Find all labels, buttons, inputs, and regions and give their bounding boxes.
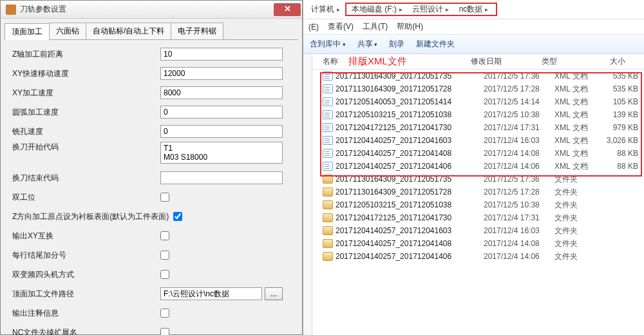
file-date: 2017/12/5 17:36 [484,72,554,81]
file-row[interactable]: 20171204140257_2017120414062017/12/4 14:… [312,250,644,263]
label-z-before: Z轴加工前距离 [12,49,160,60]
dialog-titlebar[interactable]: 刀轨参数设置 ✕ [1,1,302,19]
tab-auto-label[interactable]: 自动贴标/自动上下料 [86,23,171,39]
crumb-computer[interactable]: 计算机 [308,3,345,16]
check-dual-station[interactable] [160,193,169,202]
menu-edit[interactable]: (E) [308,23,319,32]
crumb-folder1[interactable]: 云熙设计 [410,3,454,15]
input-top-path[interactable] [160,287,262,300]
menu-help[interactable]: 帮助(H) [397,21,423,32]
folder-icon [323,213,333,222]
crumb-drive[interactable]: 本地磁盘 (F:) [349,3,408,15]
file-row[interactable]: 20171205103215_2017120510382017/12/5 10:… [312,198,644,211]
label-out-note: 输出注释信息 [12,308,160,319]
annotation-text: 排版XML文件 [348,55,407,68]
file-row[interactable]: 20171204172125_2017120417302017/12/4 17:… [312,211,644,224]
xml-file-icon [323,123,333,132]
folder-icon [323,200,333,209]
tab-esaw[interactable]: 电子开料锯 [171,23,223,39]
folder-icon [323,187,333,196]
input-xy-rapid[interactable] [160,67,283,80]
file-date: 2017/12/5 10:38 [484,110,554,119]
check-semi[interactable] [160,251,169,260]
input-tool-end[interactable] [160,171,283,184]
file-size: 535 KB [600,84,638,93]
file-date: 2017/12/4 14:08 [484,149,554,158]
file-name: 20171204172125_201712041730 [336,123,484,132]
file-type: XML 文档 [554,135,600,146]
check-out-note[interactable] [160,309,169,318]
file-type: XML 文档 [554,110,600,120]
file-name: 20171204140257_201712041406 [336,162,484,171]
xml-file-icon [323,72,333,81]
file-date: 2017/12/5 17:28 [484,84,554,93]
tool-newfolder[interactable]: 新建文件夹 [416,39,455,50]
col-type[interactable]: 类型 [542,56,587,67]
check-nc-noext[interactable] [160,328,169,335]
input-bore-feed[interactable] [160,125,283,138]
tab-top-machining[interactable]: 顶面加工 [5,23,50,40]
crumb-folder2[interactable]: nc数据 [457,3,494,15]
xml-file-icon [323,162,333,171]
check-dual-freq[interactable] [160,270,169,279]
file-date: 2017/12/5 10:38 [484,200,554,209]
input-xy-feed[interactable] [160,86,283,99]
menu-tools[interactable]: 工具(T) [363,21,388,32]
file-row[interactable]: 20171205103215_2017120510382017/12/5 10:… [312,108,644,121]
input-z-before[interactable] [160,48,283,61]
file-row[interactable]: 20171204140257_2017120416032017/12/4 16:… [312,134,644,147]
menu-view[interactable]: 查看(V) [328,21,354,32]
check-xy-swap[interactable] [160,231,169,240]
file-row[interactable]: 20171130164309_2017120517282017/12/5 17:… [312,82,644,95]
file-row[interactable]: 20171204172125_2017120417302017/12/4 17:… [312,121,644,134]
xml-file-icon [323,97,333,106]
file-name: 20171205140053_201712051414 [336,97,484,106]
tool-share[interactable]: 共享 [357,39,378,50]
tool-params-dialog: 刀轨参数设置 ✕ 顶面加工 六面钻 自动贴标/自动上下料 电子开料锯 Z轴加工前… [0,0,303,335]
tab-six-drill[interactable]: 六面钻 [49,23,86,39]
input-tool-start[interactable]: T1 M03 S18000 [160,142,283,164]
file-row[interactable]: 20171130164309_2017120517352017/12/5 17:… [312,70,644,82]
file-row[interactable]: 20171204140257_2017120414062017/12/4 14:… [312,160,644,173]
file-type: 文件夹 [554,187,600,198]
file-date: 2017/12/4 17:31 [484,123,554,132]
file-name: 20171205103215_201712051038 [336,110,484,119]
file-list-pane[interactable]: 名称 修改日期 类型 大小 排版XML文件 20171130164309_201… [312,54,644,335]
nav-pane[interactable] [303,54,312,335]
crumb-highlighted: 本地磁盘 (F:) 云熙设计 nc数据 [345,3,497,16]
app-icon [6,5,16,15]
file-row[interactable]: 20171204140257_2017120416032017/12/4 16:… [312,224,644,237]
breadcrumb-bar[interactable]: 计算机 本地磁盘 (F:) 云熙设计 nc数据 [303,0,644,19]
tool-burn[interactable]: 刻录 [389,39,404,50]
browse-button[interactable]: ... [265,287,283,300]
tool-include[interactable]: 含到库中 [310,39,346,50]
col-date[interactable]: 修改日期 [471,56,542,67]
file-row[interactable]: 20171130164309_2017120517282017/12/5 17:… [312,186,644,198]
file-row[interactable]: 20171204140257_2017120414082017/12/4 14:… [312,147,644,160]
label-tool-end: 换刀结束代码 [12,173,160,184]
file-name: 20171204172125_201712041730 [336,213,484,222]
file-type: XML 文档 [554,71,600,82]
file-name: 20171130164309_201712051728 [336,84,484,93]
explorer-toolbar: 含到库中 共享 刻录 新建文件夹 [303,35,644,54]
file-row[interactable]: 20171130164309_2017120517352017/12/5 17:… [312,173,644,186]
file-size: 88 KB [600,149,638,158]
file-type: 文件夹 [554,200,600,211]
label-dual-freq: 双变频四头机方式 [12,269,160,280]
file-row[interactable]: 20171204140257_2017120414082017/12/4 14:… [312,237,644,250]
file-type: XML 文档 [554,148,600,159]
check-z-origin[interactable] [173,212,182,221]
column-headers[interactable]: 名称 修改日期 类型 大小 排版XML文件 [312,54,644,70]
file-name: 20171205103215_201712051038 [336,200,484,209]
file-explorer: 计算机 本地磁盘 (F:) 云熙设计 nc数据 (E) 查看(V) 工具(T) … [303,0,644,335]
label-tool-start: 换刀开始代码 [12,142,160,153]
close-button[interactable]: ✕ [274,3,301,16]
file-size: 535 KB [600,72,638,81]
dialog-title: 刀轨参数设置 [20,4,274,15]
col-size[interactable]: 大小 [587,56,625,67]
input-arc-feed[interactable] [160,106,283,119]
file-date: 2017/12/4 16:03 [484,136,554,145]
file-row[interactable]: 20171205140053_2017120514142017/12/5 14:… [312,95,644,108]
folder-icon [323,226,333,235]
file-type: 文件夹 [554,251,600,262]
